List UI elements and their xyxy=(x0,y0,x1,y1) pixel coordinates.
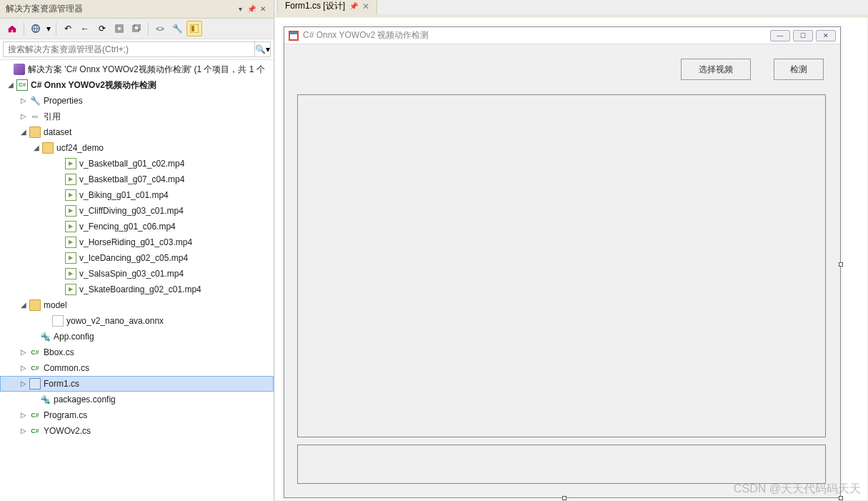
svg-rect-3 xyxy=(133,26,139,31)
collapse-icon[interactable]: ◢ xyxy=(31,143,41,153)
collapse-icon[interactable]: ◢ xyxy=(19,127,29,137)
file-form1[interactable]: ▷Form1.cs xyxy=(0,376,274,392)
globe-icon[interactable] xyxy=(28,21,44,36)
file-video[interactable]: ▶v_Biking_g01_c01.mp4 xyxy=(0,187,274,203)
pin-icon[interactable]: 📌 xyxy=(349,2,358,10)
pin-icon[interactable]: 📌 xyxy=(246,4,256,14)
search-input[interactable] xyxy=(3,41,255,57)
show-all-icon[interactable] xyxy=(129,21,144,36)
minimize-icon: — xyxy=(770,30,790,41)
file-cs[interactable]: ▷C#Common.cs xyxy=(0,360,274,376)
references-node[interactable]: ▷▫▫引用 xyxy=(0,109,274,124)
folder-ucf24[interactable]: ◢ucf24_demo xyxy=(0,140,274,156)
form-icon xyxy=(289,31,299,41)
expand-icon[interactable]: ▷ xyxy=(19,111,29,121)
document-tabs: Form1.cs [设计] 📌 ✕ xyxy=(274,0,868,17)
output-panel[interactable] xyxy=(297,445,826,484)
svg-rect-6 xyxy=(191,26,194,31)
file-video[interactable]: ▶v_Basketball_g01_c02.mp4 xyxy=(0,156,274,172)
folder-model[interactable]: ◢model xyxy=(0,297,274,313)
form-title: C# Onnx YOWOv2 视频动作检测 xyxy=(303,29,770,41)
expand-icon[interactable]: ▷ xyxy=(19,363,29,373)
collapse-icon[interactable] xyxy=(111,21,127,36)
form-titlebar: C# Onnx YOWOv2 视频动作检测 — ☐ ✕ xyxy=(284,27,840,44)
designer-surface[interactable]: C# Onnx YOWOv2 视频动作检测 — ☐ ✕ 选择视频 检测 xyxy=(275,18,867,500)
forward-icon[interactable]: ← xyxy=(77,21,93,36)
solution-explorer-pane: 解决方案资源管理器 ▾ 📌 ✕ ▾ ↶ ← ⟳ <> 🔧 🔍▾ ▸解决方案 'C… xyxy=(0,0,274,501)
expand-icon[interactable]: ▷ xyxy=(19,347,29,357)
dropdown-icon[interactable]: ▾ xyxy=(45,21,52,36)
expand-icon[interactable]: ▷ xyxy=(19,96,29,106)
file-video[interactable]: ▶v_Fencing_g01_c06.mp4 xyxy=(0,219,274,234)
home-icon[interactable] xyxy=(4,21,20,36)
svg-rect-9 xyxy=(290,32,297,34)
file-video[interactable]: ▶v_SkateBoarding_g02_c01.mp4 xyxy=(0,282,274,297)
refresh-icon[interactable]: ⟳ xyxy=(94,21,110,36)
project-node[interactable]: ◢C#C# Onnx YOWOv2视频动作检测 xyxy=(0,77,274,93)
designer-pane: Form1.cs [设计] 📌 ✕ C# Onnx YOWOv2 视频动作检测 … xyxy=(274,0,868,501)
expand-icon[interactable]: ▷ xyxy=(19,426,29,436)
folder-dataset[interactable]: ◢dataset xyxy=(0,124,274,140)
file-video[interactable]: ▶v_SalsaSpin_g03_c01.mp4 xyxy=(0,266,274,282)
dropdown-icon[interactable]: ▾ xyxy=(235,4,245,14)
close-icon[interactable]: ✕ xyxy=(362,1,369,11)
code-icon[interactable]: <> xyxy=(152,21,168,36)
back-icon[interactable]: ↶ xyxy=(60,21,76,36)
svg-rect-4 xyxy=(134,24,140,30)
collapse-icon[interactable]: ◢ xyxy=(6,80,16,90)
search-icon[interactable]: 🔍▾ xyxy=(255,41,271,57)
collapse-icon[interactable]: ◢ xyxy=(19,300,29,310)
video-panel[interactable] xyxy=(297,94,826,437)
detect-button[interactable]: 检测 xyxy=(774,59,824,80)
pane-title-bar: 解决方案资源管理器 ▾ 📌 ✕ xyxy=(0,0,274,19)
search-row: 🔍▾ xyxy=(0,39,274,60)
file-video[interactable]: ▶v_CliffDiving_g03_c01.mp4 xyxy=(0,203,274,219)
solution-node[interactable]: ▸解决方案 'C# Onnx YOWOv2视频动作检测' (1 个项目，共 1 … xyxy=(0,61,274,77)
maximize-icon: ☐ xyxy=(793,30,813,41)
file-video[interactable]: ▶v_Basketball_g07_c04.mp4 xyxy=(0,172,274,187)
pane-title: 解决方案资源管理器 xyxy=(6,3,83,15)
solution-toolbar: ▾ ↶ ← ⟳ <> 🔧 xyxy=(0,19,274,39)
form-window[interactable]: C# Onnx YOWOv2 视频动作检测 — ☐ ✕ 选择视频 检测 xyxy=(284,26,841,498)
select-video-button[interactable]: 选择视频 xyxy=(681,59,751,80)
file-cs[interactable]: ▷C#Bbox.cs xyxy=(0,344,274,360)
svg-rect-2 xyxy=(117,26,121,31)
properties-node[interactable]: ▷🔧Properties xyxy=(0,93,274,109)
file-cs[interactable]: ▷C#Program.cs xyxy=(0,407,274,423)
file-video[interactable]: ▶v_IceDancing_g02_c05.mp4 xyxy=(0,250,274,266)
file-packages[interactable]: 🔩packages.config xyxy=(0,392,274,407)
properties-icon[interactable]: 🔧 xyxy=(169,21,185,36)
close-icon: ✕ xyxy=(816,30,836,41)
solution-tree[interactable]: ▸解决方案 'C# Onnx YOWOv2视频动作检测' (1 个项目，共 1 … xyxy=(0,60,274,501)
form-body[interactable]: 选择视频 检测 xyxy=(284,44,840,497)
preview-icon[interactable] xyxy=(186,21,202,36)
file-cs[interactable]: ▷C#YOWOv2.cs xyxy=(0,423,274,439)
expand-icon[interactable]: ▷ xyxy=(19,410,29,420)
close-icon[interactable]: ✕ xyxy=(258,4,268,14)
tab-label: Form1.cs [设计] xyxy=(285,0,345,12)
file-video[interactable]: ▶v_HorseRiding_g01_c03.mp4 xyxy=(0,234,274,250)
file-onnx[interactable]: yowo_v2_nano_ava.onnx xyxy=(0,313,274,329)
file-appconfig[interactable]: 🔩App.config xyxy=(0,329,274,344)
tab-form1-design[interactable]: Form1.cs [设计] 📌 ✕ xyxy=(277,0,377,14)
expand-icon[interactable]: ▷ xyxy=(19,379,29,389)
